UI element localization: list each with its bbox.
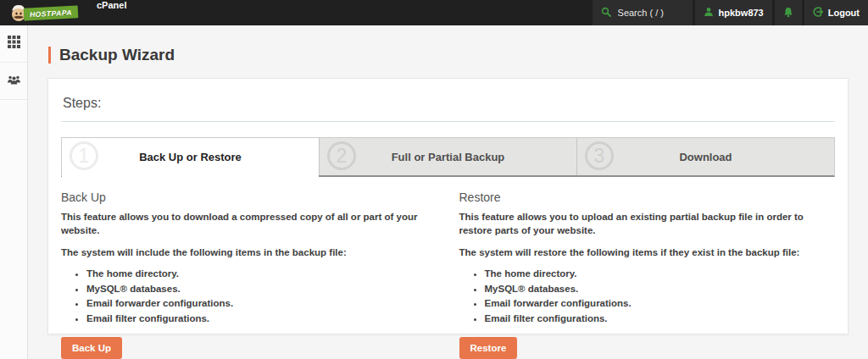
- restore-button[interactable]: Restore: [459, 337, 518, 359]
- sidebar-item-apps[interactable]: [0, 25, 27, 63]
- topbar: HOSTPAPA cPanel hpkbw873: [0, 0, 868, 25]
- step-tab-label: Download: [577, 138, 834, 175]
- backup-items-list: The home directory. MySQL® databases. Em…: [61, 268, 437, 325]
- list-item: MySQL® databases.: [485, 283, 836, 296]
- list-item: Email filter configurations.: [86, 312, 437, 326]
- page-title: Backup Wizard: [59, 46, 175, 64]
- user-icon: [704, 7, 714, 19]
- step-tab-backup-or-restore[interactable]: 1 Back Up or Restore: [62, 138, 319, 175]
- list-item: Email forwarder configurations.: [86, 297, 437, 311]
- restore-column: Restore This feature allows you to uploa…: [459, 187, 836, 359]
- sidebar-item-groups[interactable]: [0, 63, 27, 100]
- step-tab-label: Back Up or Restore: [62, 138, 319, 175]
- list-item: The home directory.: [485, 268, 836, 281]
- bell-icon: [783, 7, 793, 19]
- restore-list-intro: The system will restore the following it…: [459, 246, 836, 259]
- steps-label: Steps:: [63, 96, 835, 111]
- notifications-button[interactable]: [775, 0, 802, 25]
- list-item: The home directory.: [86, 268, 437, 281]
- search-icon: [601, 7, 611, 19]
- restore-description: This feature allows you to upload an exi…: [459, 210, 836, 237]
- logout-label: Logout: [828, 8, 860, 18]
- users-group-icon: [7, 74, 21, 89]
- divider: [61, 121, 835, 122]
- list-item: Email forwarder configurations.: [485, 297, 836, 311]
- list-item: Email filter configurations.: [485, 312, 836, 326]
- hostpapa-wordmark: HOSTPAPA: [24, 5, 79, 20]
- title-accent-bar: [48, 47, 51, 64]
- page-header: Backup Wizard: [28, 25, 868, 64]
- list-item: MySQL® databases.: [86, 283, 437, 296]
- backup-heading: Back Up: [61, 191, 437, 204]
- search-box[interactable]: [593, 0, 693, 25]
- brand-logo[interactable]: HOSTPAPA: [0, 0, 78, 25]
- logout-button[interactable]: Logout: [804, 0, 868, 25]
- restore-items-list: The home directory. MySQL® databases. Em…: [459, 268, 836, 325]
- user-menu[interactable]: hpkbw873: [695, 0, 772, 25]
- backup-column: Back Up This feature allows you to downl…: [61, 187, 437, 359]
- username: hpkbw873: [719, 8, 764, 18]
- wizard-columns: Back Up This feature allows you to downl…: [61, 187, 835, 359]
- cpanel-label: cPanel: [97, 0, 126, 25]
- logout-icon: [813, 7, 823, 19]
- step-tab-full-or-partial-backup[interactable]: 2 Full or Partial Backup: [319, 138, 576, 175]
- step-tab-download[interactable]: 3 Download: [576, 138, 834, 175]
- topbar-spacer: [126, 0, 589, 25]
- grid-icon: [8, 36, 20, 52]
- wizard-card: Steps: 1 Back Up or Restore 2 Full or Pa…: [47, 78, 849, 334]
- backup-list-intro: The system will include the following it…: [61, 246, 437, 259]
- restore-heading: Restore: [459, 191, 836, 204]
- main-content: Backup Wizard Steps: 1 Back Up or Restor…: [28, 25, 868, 359]
- search-input[interactable]: [616, 7, 684, 19]
- step-tab-label: Full or Partial Backup: [320, 138, 576, 175]
- backup-description: This feature allows you to download a co…: [61, 210, 437, 237]
- steps-bar: 1 Back Up or Restore 2 Full or Partial B…: [61, 137, 835, 177]
- backup-button[interactable]: Back Up: [61, 337, 122, 359]
- left-sidebar: [0, 25, 28, 359]
